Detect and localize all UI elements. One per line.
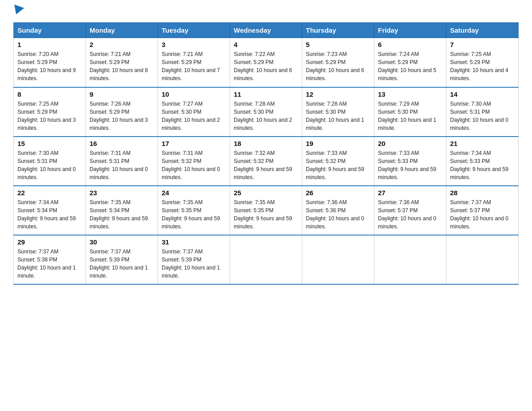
day-number: 5 (306, 41, 370, 48)
weekday-row: SundayMondayTuesdayWednesdayThursdayFrid… (14, 23, 519, 38)
calendar-cell: 11Sunrise: 7:28 AMSunset: 5:30 PMDayligh… (230, 87, 302, 137)
calendar-body: 1Sunrise: 7:20 AMSunset: 5:29 PMDaylight… (14, 38, 519, 284)
calendar-cell: 22Sunrise: 7:34 AMSunset: 5:34 PMDayligh… (14, 186, 86, 235)
calendar-cell: 28Sunrise: 7:37 AMSunset: 5:37 PMDayligh… (446, 186, 519, 235)
week-row-1: 1Sunrise: 7:20 AMSunset: 5:29 PMDaylight… (14, 38, 519, 87)
calendar-cell: 10Sunrise: 7:27 AMSunset: 5:30 PMDayligh… (158, 87, 230, 137)
day-info: Sunrise: 7:35 AMSunset: 5:35 PMDaylight:… (162, 198, 226, 231)
calendar-cell: 24Sunrise: 7:35 AMSunset: 5:35 PMDayligh… (158, 186, 230, 235)
day-number: 15 (17, 140, 82, 147)
calendar-cell: 25Sunrise: 7:35 AMSunset: 5:35 PMDayligh… (230, 186, 302, 235)
day-number: 18 (234, 140, 298, 147)
calendar-cell: 31Sunrise: 7:37 AMSunset: 5:39 PMDayligh… (158, 235, 230, 284)
day-info: Sunrise: 7:35 AMSunset: 5:35 PMDaylight:… (234, 198, 298, 231)
day-number: 7 (450, 41, 515, 48)
day-number: 17 (162, 140, 226, 147)
day-info: Sunrise: 7:34 AMSunset: 5:34 PMDaylight:… (17, 198, 82, 231)
calendar-cell: 20Sunrise: 7:33 AMSunset: 5:33 PMDayligh… (374, 137, 446, 186)
day-info: Sunrise: 7:37 AMSunset: 5:38 PMDaylight:… (17, 248, 82, 280)
svg-marker-0 (14, 4, 24, 14)
calendar-cell: 29Sunrise: 7:37 AMSunset: 5:38 PMDayligh… (14, 235, 86, 284)
day-info: Sunrise: 7:24 AMSunset: 5:29 PMDaylight:… (378, 50, 442, 82)
week-row-5: 29Sunrise: 7:37 AMSunset: 5:38 PMDayligh… (14, 235, 519, 284)
day-info: Sunrise: 7:36 AMSunset: 5:36 PMDaylight:… (306, 198, 370, 231)
day-number: 19 (306, 140, 370, 147)
weekday-header-saturday: Saturday (446, 23, 519, 38)
day-number: 13 (378, 90, 442, 98)
day-number: 28 (450, 189, 515, 197)
calendar-cell: 3Sunrise: 7:21 AMSunset: 5:29 PMDaylight… (158, 38, 230, 87)
day-info: Sunrise: 7:27 AMSunset: 5:30 PMDaylight:… (162, 100, 226, 132)
day-info: Sunrise: 7:25 AMSunset: 5:29 PMDaylight:… (17, 100, 82, 132)
day-info: Sunrise: 7:30 AMSunset: 5:31 PMDaylight:… (17, 149, 82, 181)
day-info: Sunrise: 7:21 AMSunset: 5:29 PMDaylight:… (90, 50, 154, 82)
day-info: Sunrise: 7:23 AMSunset: 5:29 PMDaylight:… (306, 50, 370, 82)
logo (13, 9, 24, 14)
calendar-table: SundayMondayTuesdayWednesdayThursdayFrid… (13, 22, 519, 285)
calendar-cell (374, 235, 446, 284)
calendar-cell: 14Sunrise: 7:30 AMSunset: 5:31 PMDayligh… (446, 87, 519, 137)
logo-triangle-icon (14, 4, 24, 14)
day-number: 30 (90, 238, 154, 246)
calendar-cell: 18Sunrise: 7:32 AMSunset: 5:32 PMDayligh… (230, 137, 302, 186)
day-number: 26 (306, 189, 370, 197)
day-info: Sunrise: 7:29 AMSunset: 5:30 PMDaylight:… (378, 100, 442, 132)
calendar-cell: 21Sunrise: 7:34 AMSunset: 5:33 PMDayligh… (446, 137, 519, 186)
calendar-header: SundayMondayTuesdayWednesdayThursdayFrid… (14, 23, 519, 38)
calendar-cell (302, 235, 374, 284)
day-info: Sunrise: 7:37 AMSunset: 5:39 PMDaylight:… (90, 248, 154, 280)
day-number: 27 (378, 189, 442, 197)
day-info: Sunrise: 7:20 AMSunset: 5:29 PMDaylight:… (17, 50, 82, 82)
calendar-cell: 9Sunrise: 7:26 AMSunset: 5:29 PMDaylight… (86, 87, 158, 137)
day-info: Sunrise: 7:26 AMSunset: 5:29 PMDaylight:… (90, 100, 154, 132)
day-info: Sunrise: 7:22 AMSunset: 5:29 PMDaylight:… (234, 50, 298, 82)
day-number: 25 (234, 189, 298, 197)
day-number: 8 (17, 90, 82, 98)
day-number: 14 (450, 90, 515, 98)
week-row-2: 8Sunrise: 7:25 AMSunset: 5:29 PMDaylight… (14, 87, 519, 137)
day-number: 2 (90, 41, 154, 48)
weekday-header-monday: Monday (86, 23, 158, 38)
day-info: Sunrise: 7:33 AMSunset: 5:32 PMDaylight:… (306, 149, 370, 181)
calendar-cell: 5Sunrise: 7:23 AMSunset: 5:29 PMDaylight… (302, 38, 374, 87)
calendar-cell: 27Sunrise: 7:36 AMSunset: 5:37 PMDayligh… (374, 186, 446, 235)
calendar-cell: 7Sunrise: 7:25 AMSunset: 5:29 PMDaylight… (446, 38, 519, 87)
calendar-cell: 2Sunrise: 7:21 AMSunset: 5:29 PMDaylight… (86, 38, 158, 87)
week-row-4: 22Sunrise: 7:34 AMSunset: 5:34 PMDayligh… (14, 186, 519, 235)
page-header (13, 9, 519, 14)
calendar-cell: 13Sunrise: 7:29 AMSunset: 5:30 PMDayligh… (374, 87, 446, 137)
day-number: 23 (90, 189, 154, 197)
day-info: Sunrise: 7:28 AMSunset: 5:30 PMDaylight:… (306, 100, 370, 132)
week-row-3: 15Sunrise: 7:30 AMSunset: 5:31 PMDayligh… (14, 137, 519, 186)
day-info: Sunrise: 7:34 AMSunset: 5:33 PMDaylight:… (450, 149, 515, 181)
weekday-header-tuesday: Tuesday (158, 23, 230, 38)
day-info: Sunrise: 7:25 AMSunset: 5:29 PMDaylight:… (450, 50, 515, 82)
day-number: 24 (162, 189, 226, 197)
day-info: Sunrise: 7:21 AMSunset: 5:29 PMDaylight:… (162, 50, 226, 82)
day-number: 1 (17, 41, 82, 48)
calendar-cell: 15Sunrise: 7:30 AMSunset: 5:31 PMDayligh… (14, 137, 86, 186)
calendar-cell: 17Sunrise: 7:31 AMSunset: 5:32 PMDayligh… (158, 137, 230, 186)
day-info: Sunrise: 7:35 AMSunset: 5:34 PMDaylight:… (90, 198, 154, 231)
calendar-cell: 23Sunrise: 7:35 AMSunset: 5:34 PMDayligh… (86, 186, 158, 235)
weekday-header-wednesday: Wednesday (230, 23, 302, 38)
calendar-cell: 6Sunrise: 7:24 AMSunset: 5:29 PMDaylight… (374, 38, 446, 87)
calendar-cell: 19Sunrise: 7:33 AMSunset: 5:32 PMDayligh… (302, 137, 374, 186)
day-info: Sunrise: 7:33 AMSunset: 5:33 PMDaylight:… (378, 149, 442, 181)
day-info: Sunrise: 7:32 AMSunset: 5:32 PMDaylight:… (234, 149, 298, 181)
day-number: 9 (90, 90, 154, 98)
weekday-header-thursday: Thursday (302, 23, 374, 38)
day-number: 20 (378, 140, 442, 147)
day-info: Sunrise: 7:31 AMSunset: 5:32 PMDaylight:… (162, 149, 226, 181)
day-number: 22 (17, 189, 82, 197)
day-info: Sunrise: 7:37 AMSunset: 5:39 PMDaylight:… (162, 248, 226, 280)
day-number: 29 (17, 238, 82, 246)
calendar-cell: 1Sunrise: 7:20 AMSunset: 5:29 PMDaylight… (14, 38, 86, 87)
day-number: 31 (162, 238, 226, 246)
calendar-cell (446, 235, 519, 284)
calendar-cell: 26Sunrise: 7:36 AMSunset: 5:36 PMDayligh… (302, 186, 374, 235)
weekday-header-sunday: Sunday (14, 23, 86, 38)
day-number: 11 (234, 90, 298, 98)
day-info: Sunrise: 7:31 AMSunset: 5:31 PMDaylight:… (90, 149, 154, 181)
day-info: Sunrise: 7:28 AMSunset: 5:30 PMDaylight:… (234, 100, 298, 132)
